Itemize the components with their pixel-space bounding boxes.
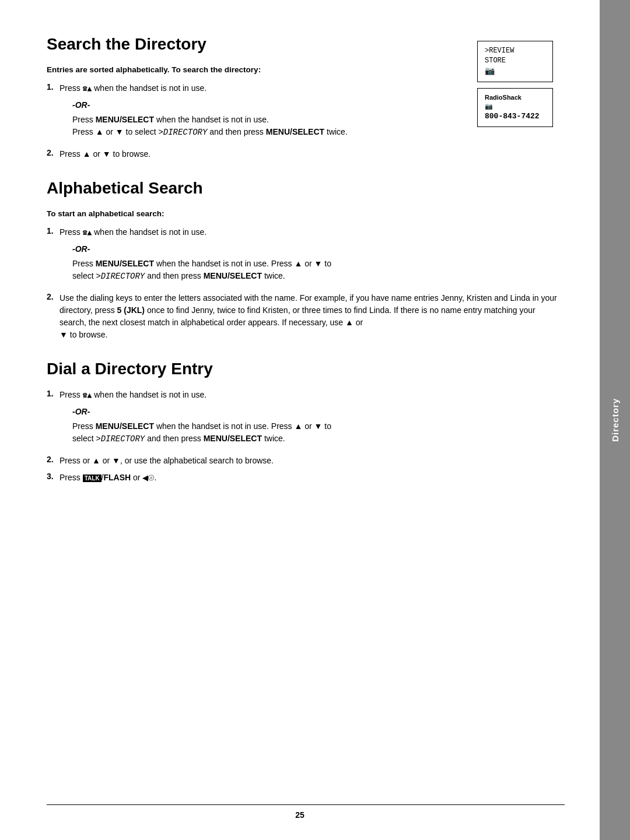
arr-down-6: ▼ (112, 456, 120, 465)
page-number: 25 (295, 810, 304, 820)
menu-select-ref-1b: MENU/SELECT (266, 127, 324, 136)
or-label-3: -OR- (72, 406, 559, 418)
dial-or-block-1: -OR- Press MENU/SELECT when the handset … (72, 406, 559, 445)
or-text-1: Press MENU/SELECT when the handset is no… (72, 115, 348, 136)
dial-item-1-content: Press ☎▲ when the handset is not in use.… (60, 389, 559, 450)
arr-down-4: ▼ (60, 330, 68, 339)
dial-item-2-content: Press or ▲ or ▼, or use the alphabetical… (60, 455, 559, 467)
lcd-box-review: >REVIEW STORE 📷 (477, 41, 553, 82)
search-item-2-num: 2. (47, 148, 60, 157)
arr-up-2: ▲ (83, 149, 91, 159)
dial-item-3-content: Press TALK/FLASH or ◀⦾. (60, 472, 559, 484)
page-container: >REVIEW STORE 📷 RadioShack 📷 800-843-742… (0, 0, 630, 840)
dial-item-3: 3. Press TALK/FLASH or ◀⦾. (47, 472, 559, 484)
sidebar-tab: Directory (600, 0, 630, 840)
lcd-review-line2: STORE (485, 56, 545, 66)
menu-select-ref-2b: MENU/SELECT (204, 271, 262, 280)
flash-label: FLASH (104, 473, 131, 482)
section-dial-entry: Dial a Directory Entry 1. Press ☎▲ when … (47, 360, 559, 484)
arr-down-2: ▼ (103, 149, 111, 159)
search-item-2-content: Press ▲ or ▼ to browse. (60, 148, 559, 160)
bottom-border (47, 804, 565, 805)
sub-heading-alpha: To start an alphabetical search: (47, 208, 559, 220)
alpha-item-1-num: 1. (47, 226, 60, 236)
lcd-brand-name: RadioShack (485, 93, 545, 102)
dial-item-1-num: 1. (47, 389, 60, 398)
section-title-alpha: Alphabetical Search (47, 179, 559, 198)
or-label-2: -OR- (72, 243, 559, 255)
five-jkl-ref: 5 (JKL) (117, 305, 145, 315)
dial-item-1: 1. Press ☎▲ when the handset is not in u… (47, 389, 559, 450)
directory-ref-2: DIRECTORY (101, 272, 145, 281)
dial-item-3-num: 3. (47, 472, 60, 481)
main-content: >REVIEW STORE 📷 RadioShack 📷 800-843-742… (0, 0, 600, 840)
lcd-radioshack-icon: 📷 (485, 103, 545, 111)
menu-select-ref-3b: MENU/SELECT (204, 434, 262, 443)
arr-up-4: ▲ (345, 318, 354, 327)
arr-down-1: ▼ (116, 127, 124, 136)
talk-icon: TALK (83, 475, 102, 482)
lcd-boxes: >REVIEW STORE 📷 RadioShack 📷 800-843-742… (477, 41, 553, 127)
dial-item-2-num: 2. (47, 455, 60, 464)
search-item-1-num: 1. (47, 82, 60, 92)
menu-select-ref-1a: MENU/SELECT (96, 115, 154, 124)
alpha-item-2: 2. Use the dialing keys to enter the let… (47, 292, 559, 341)
lcd-box-radioshack: RadioShack 📷 800-843-7422 (477, 88, 553, 127)
phone-menu-icon-1: ☎▲ (83, 84, 92, 93)
alpha-or-block-1: -OR- Press MENU/SELECT when the handset … (72, 243, 559, 283)
arr-up-1: ▲ (96, 127, 104, 136)
alpha-item-2-num: 2. (47, 292, 60, 301)
section-title-dial: Dial a Directory Entry (47, 360, 559, 378)
arr-up-3: ▲ (295, 259, 303, 268)
arr-down-5: ▼ (314, 421, 323, 431)
search-item-2: 2. Press ▲ or ▼ to browse. (47, 148, 559, 160)
phone-menu-icon-2: ☎▲ (83, 228, 92, 237)
arr-down-3: ▼ (314, 259, 323, 268)
alpha-item-2-content: Use the dialing keys to enter the letter… (60, 292, 559, 341)
directory-ref-1: DIRECTORY (163, 128, 208, 137)
alpha-item-1: 1. Press ☎▲ when the handset is not in u… (47, 226, 559, 287)
section-alphabetical-search: Alphabetical Search To start an alphabet… (47, 179, 559, 341)
lcd-review-icon: 📷 (485, 66, 545, 78)
arr-up-6: ▲ (92, 456, 100, 465)
lcd-phone-number: 800-843-7422 (485, 111, 545, 122)
menu-select-ref-3a: MENU/SELECT (96, 421, 154, 431)
arr-up-5: ▲ (295, 421, 303, 431)
alpha-item-1-content: Press ☎▲ when the handset is not in use.… (60, 226, 559, 287)
dial-item-2: 2. Press or ▲ or ▼, or use the alphabeti… (47, 455, 559, 467)
speaker-icon: ◀⦾ (142, 473, 154, 482)
menu-select-ref-2a: MENU/SELECT (96, 259, 154, 268)
or-text-3: Press MENU/SELECT when the handset is no… (72, 421, 331, 443)
or-text-2: Press MENU/SELECT when the handset is no… (72, 259, 331, 280)
sidebar-tab-label: Directory (610, 398, 620, 442)
phone-menu-icon-3: ☎▲ (83, 391, 92, 399)
lcd-review-line1: >REVIEW (485, 46, 545, 56)
directory-ref-3: DIRECTORY (101, 434, 145, 444)
